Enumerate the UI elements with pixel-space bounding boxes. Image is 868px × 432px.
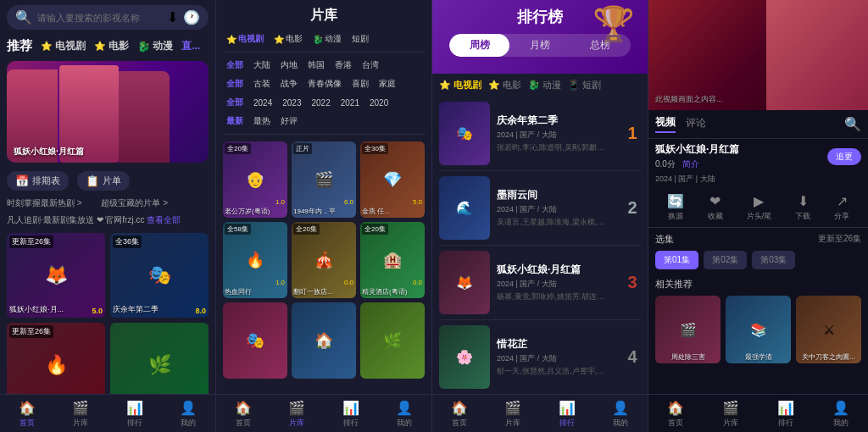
filter-all-region[interactable]: 全部 — [223, 58, 247, 73]
filter-tv[interactable]: ⭐ 电视剧 — [223, 31, 267, 47]
related-item-1[interactable]: 📚 最强学渣 — [726, 296, 791, 363]
filter-war[interactable]: 战争 — [277, 76, 301, 91]
action-download[interactable]: ⬇ 下载 — [795, 193, 810, 222]
action-skip[interactable]: ▶ 片头/尾 — [747, 193, 772, 222]
video-player[interactable]: 此视频画面之内容... — [648, 0, 868, 110]
search-small-icon[interactable]: 🔍 — [844, 116, 861, 132]
grid-item-1[interactable]: 🎭 全36集 8.0 庆余年第二季 — [110, 233, 209, 318]
filter-all-year[interactable]: 全部 — [223, 95, 247, 110]
episode-btn-3[interactable]: 第03集 — [752, 251, 795, 269]
vid-nav-rank[interactable]: 📊 排行 — [777, 400, 794, 429]
search-bar[interactable]: 🔍 ⬇ 🕐 — [7, 5, 209, 30]
filter-ancient[interactable]: 古装 — [250, 76, 274, 91]
related-item-2[interactable]: ⚔ 关中刀客之肉圃... — [796, 296, 861, 363]
filter-short[interactable]: 短剧 — [348, 31, 372, 47]
filter-2021[interactable]: 2021 — [337, 97, 363, 109]
figure-right — [119, 71, 170, 163]
rank-item-4[interactable]: 🌸 惜花芷 2024 | 国产 / 大陆 郁一天,张慧然,吕义浩,卢昱宇,边程,… — [439, 320, 641, 394]
movie-card-0[interactable]: 👴 全20集 1.0 老公万岁(粤语) — [223, 141, 287, 218]
filter-mainland[interactable]: 大陆 — [250, 58, 274, 73]
tab-movie-label: 电影 — [108, 39, 129, 53]
movie-card-7[interactable]: 🏠 — [292, 302, 356, 379]
movie-card-3[interactable]: 🔥 全58集 1.0 热血同行 — [223, 222, 287, 298]
tab-more[interactable]: 直... — [181, 39, 200, 53]
filter-2024[interactable]: 2024 — [250, 97, 275, 109]
action-skip-label: 片头/尾 — [747, 211, 772, 222]
rank-nav-profile[interactable]: 👤 我的 — [612, 400, 629, 429]
filter-romance[interactable]: 青春偶像 — [304, 76, 345, 91]
nav-playlist[interactable]: 📋 片单 — [77, 171, 130, 191]
download-icon[interactable]: ⬇ — [167, 9, 178, 25]
tab-tv[interactable]: ⭐ 电视剧 — [41, 39, 86, 53]
grid-item-2[interactable]: 🔥 更新至26集 7.0 破茧2 — [7, 323, 105, 394]
filter-movie-type[interactable]: ⭐ 电影 — [270, 31, 306, 47]
movie-card-1[interactable]: 🎬 正片 6.0 1949年内，平 — [292, 141, 356, 218]
rank-tab-weekly[interactable]: 周榜 — [449, 34, 509, 57]
genre-tv[interactable]: ⭐ 电视剧 — [439, 79, 481, 91]
rank-nav-lib[interactable]: 🎬 片库 — [504, 400, 521, 429]
filter-2022[interactable]: 2022 — [309, 97, 334, 109]
lib-nav-home[interactable]: 🏠 首页 — [235, 400, 252, 429]
video-tab-video[interactable]: 视频 — [655, 115, 676, 133]
rank-nav-home[interactable]: 🏠 首页 — [451, 400, 468, 429]
filter-inland[interactable]: 内地 — [277, 58, 301, 73]
video-year-meta: 2024 | 国产 | 大陆 — [648, 174, 868, 188]
filter-all-genre[interactable]: 全部 — [223, 76, 247, 91]
vid-nav-home[interactable]: 🏠 首页 — [667, 400, 684, 429]
lib-nav-profile[interactable]: 👤 我的 — [396, 400, 413, 429]
rank-tab-monthly[interactable]: 月榜 — [509, 34, 570, 57]
nav-schedule[interactable]: 📅 排期表 — [7, 171, 69, 191]
action-favorite[interactable]: ❤ 收藏 — [708, 193, 723, 222]
genre-movie[interactable]: ⭐ 电影 — [488, 79, 521, 91]
filter-2020[interactable]: 2020 — [366, 97, 392, 109]
vid-nav-lib[interactable]: 🎬 片库 — [722, 400, 739, 429]
grid-item-3[interactable]: 🌿 — [110, 323, 209, 394]
tab-movie[interactable]: ⭐ 电影 — [94, 39, 129, 53]
filter-hot[interactable]: 最热 — [250, 114, 274, 129]
movie-card-2[interactable]: 💎 全30集 5.0 金燕 任... — [360, 141, 425, 218]
intro-link[interactable]: 简介 — [682, 158, 699, 170]
follow-button[interactable]: 追更 — [827, 148, 861, 165]
lib-nav-library[interactable]: 🎬 片库 — [288, 400, 305, 429]
filter-family[interactable]: 家庭 — [376, 76, 399, 91]
movie-card-4[interactable]: 🎪 全20集 0.0 翻叮一族店... — [292, 222, 356, 298]
filter-rating[interactable]: 好评 — [277, 114, 301, 129]
tab-anime[interactable]: 🐉 动漫 — [137, 39, 173, 53]
search-input[interactable] — [37, 13, 162, 23]
filter-latest[interactable]: 最新 — [223, 114, 247, 129]
promo-link[interactable]: 查看全部 — [147, 215, 181, 224]
history-icon[interactable]: 🕐 — [183, 9, 200, 25]
episode-btn-2[interactable]: 第02集 — [704, 251, 747, 269]
movie-card-5[interactable]: 🏨 全20集 0.0 精灵酒店(粤语) — [360, 222, 425, 298]
movie-card-6[interactable]: 🎭 — [223, 302, 287, 379]
mc-badge-2: 全30集 — [362, 143, 388, 154]
filter-anime-type[interactable]: 🐉 动漫 — [309, 31, 345, 47]
filter-comedy[interactable]: 喜剧 — [348, 76, 372, 91]
video-tab-comments[interactable]: 评论 — [686, 116, 706, 132]
nav-library[interactable]: 🎬 片库 — [72, 400, 89, 429]
nav-rank[interactable]: 📊 排行 — [126, 400, 143, 429]
vid-nav-profile[interactable]: 👤 我的 — [832, 400, 849, 429]
rank-item-1[interactable]: 🎭 庆余年第二季 2024 | 国产 / 大陆 张若昀,李沁,陈道明,吴刚,郭麒… — [439, 97, 641, 171]
lib-nav-rank[interactable]: 📊 排行 — [342, 400, 359, 429]
nav-profile[interactable]: 👤 我的 — [180, 400, 197, 429]
filter-taiwan[interactable]: 台湾 — [359, 58, 382, 73]
hero-banner[interactable]: 狐妖小红娘·月红篇 — [7, 61, 209, 163]
rank-nav-rank[interactable]: 📊 排行 — [559, 400, 576, 429]
episode-btn-1[interactable]: 第01集 — [655, 251, 698, 269]
action-share[interactable]: ↗ 分享 — [834, 193, 849, 222]
lib-profile-icon: 👤 — [396, 400, 413, 416]
filter-korea[interactable]: 韩国 — [304, 58, 328, 73]
nav-home[interactable]: 🏠 首页 — [19, 400, 36, 429]
genre-anime[interactable]: 🐉 动漫 — [528, 79, 561, 91]
filter-hk[interactable]: 香港 — [331, 58, 355, 73]
action-source[interactable]: 🔄 换源 — [667, 193, 684, 222]
grid-item-0[interactable]: 🦊 更新至26集 5.0 狐妖小红娘·月... — [7, 233, 105, 318]
rank-item-2[interactable]: 🌊 墨雨云间 2024 | 国产 / 大陆 吴谨言,王星越,陈淮海,梁永棋,陈乔… — [439, 171, 641, 246]
movie-card-8[interactable]: 🌿 — [360, 302, 425, 379]
rank-item-3[interactable]: 🦊 狐妖小红娘·月红篇 2024 | 国产 / 大陆 杨幂,黄觉,郭咏婷,姚笛芳… — [439, 246, 641, 320]
nav-home-label: 首页 — [19, 418, 35, 429]
related-item-0[interactable]: 🎬 周处除三害 — [655, 296, 721, 363]
genre-short[interactable]: 📱 短剧 — [568, 79, 601, 91]
filter-2023[interactable]: 2023 — [279, 97, 304, 109]
